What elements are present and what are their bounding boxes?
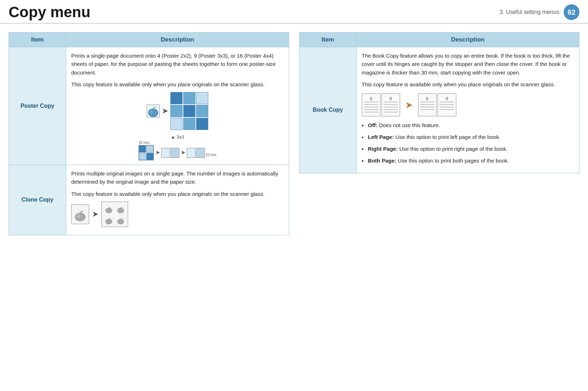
bullet-item-left: Left Page: Use this option to print left… <box>368 133 500 141</box>
book-illustration: 8 9 <box>362 93 574 116</box>
poster-top-row: ➤ <box>147 92 208 130</box>
book-page-num-9: 9 <box>389 96 392 102</box>
clone-copy-item: Clone Copy <box>9 165 66 235</box>
svg-point-6 <box>106 219 112 224</box>
poster-copy-desc: Prints a single-page document onto 4 (Po… <box>66 47 289 165</box>
poster-apple-original <box>147 105 160 117</box>
table-row: Book Copy The Book Copy feature allows y… <box>299 47 579 173</box>
left-col-item-header: Item <box>9 33 66 47</box>
book-page-right-9: 9 <box>438 93 456 116</box>
content-area: Item Description Poster Copy Prints a si… <box>0 24 588 235</box>
svg-point-7 <box>117 219 124 224</box>
svg-point-1 <box>150 110 153 114</box>
table-row: Clone Copy Prints multiple original imag… <box>9 165 289 235</box>
book-copy-desc: The Book Copy feature allows you to copy… <box>356 47 579 173</box>
right-table-section: Item Description Book Copy The Book Copy… <box>299 32 580 235</box>
poster-bottom-demos: 10 mm ➤ ➤ <box>139 145 217 160</box>
book-page-right: 9 <box>382 93 400 116</box>
page-number-badge: 62 <box>564 4 579 20</box>
book-copy-bullet-list: Off: Does not use this feature. Left Pag… <box>362 121 574 165</box>
mm-label-top: 10 mm <box>139 140 150 146</box>
page-header: Copy menu 3. Useful setting menus 62 <box>0 0 588 24</box>
list-item: Off: Does not use this feature. <box>362 121 574 130</box>
right-table: Item Description Book Copy The Book Copy… <box>299 32 580 173</box>
book-copy-item: Book Copy <box>299 47 356 173</box>
svg-point-3 <box>77 214 80 218</box>
clone-single-image <box>71 204 89 224</box>
poster-caption: ▲ 3x3 <box>171 134 184 141</box>
clone-multi-image <box>101 202 128 227</box>
book-open-left: 8 9 <box>362 93 400 116</box>
left-table-section: Item Description Poster Copy Prints a si… <box>9 32 289 235</box>
bullet-item-both: Both Page: Use this option to print both… <box>368 157 509 165</box>
poster-arrow2: ➤ <box>155 148 160 157</box>
poster-arrow-icon: ➤ <box>162 105 168 117</box>
book-page-lines-right <box>384 102 398 112</box>
clone-arrow-icon: ➤ <box>92 208 98 220</box>
svg-point-0 <box>149 109 158 117</box>
list-item: Both Page: Use this option to print both… <box>362 157 574 165</box>
svg-point-5 <box>117 208 124 213</box>
clone-illustration: ➤ <box>71 202 284 227</box>
poster-copy-illustration: ➤ <box>71 92 284 160</box>
bullet-item-right: Right Page: Use this option to print rig… <box>368 145 507 153</box>
svg-point-2 <box>75 213 85 221</box>
book-arrow-icon: ➤ <box>405 98 413 112</box>
book-open-right: 8 9 <box>418 93 456 116</box>
right-col-desc-header: Description <box>356 33 579 47</box>
book-page-right-8: 8 <box>418 93 437 116</box>
table-row: Poster Copy Prints a single-page documen… <box>9 47 289 165</box>
chapter-label: 3. Useful setting menus <box>500 9 559 15</box>
header-right: 3. Useful setting menus 62 <box>500 4 579 20</box>
list-item: Right Page: Use this option to print rig… <box>362 145 574 154</box>
poster-arrow3: ➤ <box>181 148 185 157</box>
book-page-lines <box>364 102 378 112</box>
poster-demo1: 10 mm <box>139 145 154 160</box>
book-page-num-8: 8 <box>370 96 372 102</box>
list-item: Left Page: Use this option to print left… <box>362 133 574 142</box>
poster-grid <box>170 92 208 130</box>
poster-bottom-row: 10 mm ➤ ➤ <box>139 145 217 160</box>
right-col-item-header: Item <box>299 33 356 47</box>
poster-copy-item: Poster Copy <box>9 47 66 165</box>
book-page-left: 8 <box>362 93 380 116</box>
svg-point-4 <box>106 208 112 213</box>
left-table: Item Description Poster Copy Prints a si… <box>9 32 289 235</box>
left-col-desc-header: Description <box>66 33 289 47</box>
page-title: Copy menu <box>9 4 91 21</box>
poster-demo2 <box>161 148 179 158</box>
bullet-item-off: Off: Does not use this feature. <box>368 121 440 130</box>
clone-copy-desc: Prints multiple original images on a sin… <box>66 165 289 235</box>
mm-label-bottom: 10 mm <box>205 152 217 158</box>
poster-demo3: 10 mm <box>187 148 217 158</box>
